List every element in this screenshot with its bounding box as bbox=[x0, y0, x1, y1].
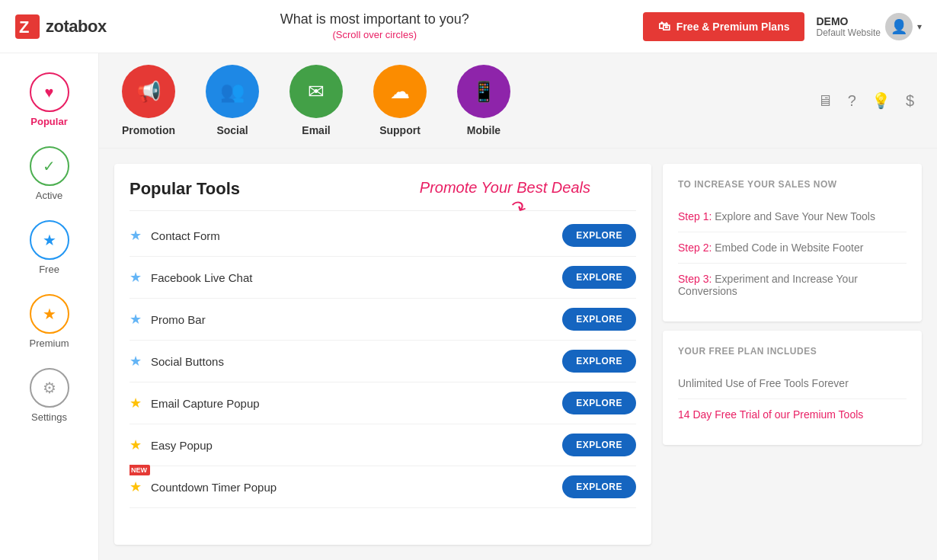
tool-name-contact-form: Contact Form bbox=[151, 229, 553, 242]
sidebar-item-settings[interactable]: ⚙ Settings bbox=[0, 360, 98, 430]
promote-overlay: Promote Your Best Deals ↷ bbox=[420, 179, 590, 218]
tool-item-social-buttons: ★ Social Buttons EXPLORE bbox=[130, 341, 636, 382]
step-1: Step 1: Explore and Save Your New Tools bbox=[678, 201, 907, 232]
step-1-highlight: Step 1: bbox=[678, 210, 712, 222]
cat-label-promotion: Promotion bbox=[122, 124, 175, 136]
cat-item-mobile[interactable]: 📱 Mobile bbox=[457, 65, 510, 136]
star-icon-contact-form: ★ bbox=[130, 227, 142, 244]
tools-list: ★ Contact Form EXPLORE ★ Facebook Live C… bbox=[130, 215, 636, 508]
sidebar-item-popular[interactable]: ♥ Popular bbox=[0, 65, 98, 135]
social-circle: 👥 bbox=[206, 65, 259, 118]
tool-item-countdown-timer-popup: NEW ★ Countdown Timer Popup EXPLORE bbox=[130, 466, 636, 508]
user-info: DEMO Default Website 👤 ▾ bbox=[816, 13, 922, 40]
main: ♥ Popular ✓ Active ★ Free ★ Premium ⚙ bbox=[0, 53, 937, 560]
free-circle: ★ bbox=[30, 220, 69, 260]
free-item-1-text: Unlimited Use of Free Tools Forever bbox=[678, 377, 849, 389]
tool-item-facebook-live-chat: ★ Facebook Live Chat EXPLORE bbox=[130, 257, 636, 299]
explore-btn-countdown-timer[interactable]: EXPLORE bbox=[562, 475, 636, 498]
heart-icon: ♥ bbox=[45, 84, 54, 101]
free-item-2: 14 Day Free Trial of our Premium Tools bbox=[678, 399, 907, 430]
explore-btn-email-capture-popup[interactable]: EXPLORE bbox=[562, 392, 636, 414]
support-icon: ☁ bbox=[390, 80, 410, 104]
tool-name-email-capture-popup: Email Capture Popup bbox=[151, 397, 553, 410]
step-3: Step 3: Experiment and Increase Your Con… bbox=[678, 264, 907, 306]
star-icon-countdown-timer: ★ bbox=[130, 478, 142, 495]
premium-circle: ★ bbox=[30, 294, 69, 334]
sidebar-item-label-popular: Popular bbox=[30, 116, 67, 127]
tool-name-wrapper-promo-bar: Promo Bar bbox=[151, 313, 553, 326]
header-right: 🛍 Free & Premium Plans DEMO Default Webs… bbox=[643, 12, 922, 41]
step-3-highlight: Step 3: bbox=[678, 273, 712, 285]
free-plan-card: YOUR FREE PLAN INCLUDES Unlimited Use of… bbox=[663, 331, 922, 445]
step-1-text: Explore and Save Your New Tools bbox=[715, 210, 875, 222]
explore-btn-social-buttons[interactable]: EXPLORE bbox=[562, 350, 636, 373]
sales-card-title: TO INCREASE YOUR SALES NOW bbox=[678, 179, 907, 190]
tool-name-wrapper-social-buttons: Social Buttons bbox=[151, 355, 553, 368]
user-name: DEMO bbox=[816, 15, 881, 27]
star-icon-promo-bar: ★ bbox=[130, 311, 142, 328]
active-circle: ✓ bbox=[30, 146, 69, 186]
step-2: Step 2: Embed Code in Website Footer bbox=[678, 232, 907, 264]
avatar: 👤 bbox=[885, 13, 913, 40]
header-center: What is most important to you? (Scroll o… bbox=[280, 11, 469, 41]
right-panel: TO INCREASE YOUR SALES NOW Step 1: Explo… bbox=[663, 164, 922, 545]
premium-button[interactable]: 🛍 Free & Premium Plans bbox=[643, 12, 805, 41]
tool-name-wrapper-contact-form: Contact Form bbox=[151, 229, 553, 242]
check-icon: ✓ bbox=[43, 157, 56, 175]
lightbulb-icon[interactable]: 💡 bbox=[871, 91, 891, 110]
nav-icons: 🖥 ? 💡 $ bbox=[817, 91, 914, 110]
monitor-icon[interactable]: 🖥 bbox=[817, 92, 833, 110]
cat-item-social[interactable]: 👥 Social bbox=[206, 65, 259, 136]
star-icon-email-capture-popup: ★ bbox=[130, 395, 142, 411]
popular-circle: ♥ bbox=[30, 72, 69, 112]
sidebar-item-premium[interactable]: ★ Premium bbox=[0, 286, 98, 357]
svg-text:Z: Z bbox=[19, 18, 29, 37]
new-badge: NEW bbox=[130, 465, 150, 475]
cat-item-support[interactable]: ☁ Support bbox=[373, 65, 427, 136]
tool-name-wrapper-easy-popup: Easy Popup bbox=[151, 439, 553, 452]
dollar-icon[interactable]: $ bbox=[906, 92, 914, 110]
cat-item-email[interactable]: ✉ Email bbox=[289, 65, 343, 136]
tool-item-email-capture-popup: ★ Email Capture Popup EXPLORE bbox=[130, 382, 636, 424]
explore-btn-facebook-live-chat[interactable]: EXPLORE bbox=[562, 266, 636, 289]
star-icon-easy-popup: ★ bbox=[130, 437, 142, 453]
sidebar-item-free[interactable]: ★ Free bbox=[0, 213, 98, 283]
sales-card: TO INCREASE YOUR SALES NOW Step 1: Explo… bbox=[663, 164, 922, 322]
tool-name-promo-bar: Promo Bar bbox=[151, 313, 553, 326]
chevron-down-icon[interactable]: ▾ bbox=[917, 21, 922, 32]
tool-name-wrapper-facebook-live-chat: Facebook Live Chat bbox=[151, 271, 553, 284]
bag-icon: 🛍 bbox=[658, 20, 670, 34]
question-icon[interactable]: ? bbox=[848, 92, 856, 110]
category-nav: 📢 Promotion 👥 Social ✉ Email ☁ bbox=[99, 53, 937, 149]
sidebar-item-active[interactable]: ✓ Active bbox=[0, 139, 98, 209]
settings-circle: ⚙ bbox=[30, 368, 69, 408]
cat-item-promotion[interactable]: 📢 Promotion bbox=[122, 65, 175, 136]
star-icon-social-buttons: ★ bbox=[130, 353, 142, 370]
sidebar-item-label-premium: Premium bbox=[29, 338, 69, 349]
logo: Z zotabox bbox=[15, 14, 107, 39]
free-item-2-text: 14 Day Free Trial of our Premium Tools bbox=[678, 408, 863, 421]
cat-label-social: Social bbox=[216, 124, 248, 136]
support-circle: ☁ bbox=[373, 65, 427, 118]
tool-item-easy-popup: ★ Easy Popup EXPLORE bbox=[130, 424, 636, 466]
tool-name-easy-popup: Easy Popup bbox=[151, 439, 553, 452]
explore-btn-promo-bar[interactable]: EXPLORE bbox=[562, 308, 636, 331]
premium-button-label: Free & Premium Plans bbox=[676, 21, 790, 33]
promotion-icon: 📢 bbox=[136, 80, 161, 104]
explore-btn-easy-popup[interactable]: EXPLORE bbox=[562, 434, 636, 456]
free-item-1: Unlimited Use of Free Tools Forever bbox=[678, 368, 907, 399]
main-content: Popular Tools Promote Your Best Deals ↷ … bbox=[99, 149, 937, 560]
header-scroll-hint: (Scroll over circles) bbox=[332, 29, 417, 40]
promotion-circle: 📢 bbox=[122, 65, 175, 118]
sidebar-item-label-active: Active bbox=[36, 190, 62, 201]
star-icon-facebook-live-chat: ★ bbox=[130, 269, 142, 286]
tool-name-wrapper-email-capture-popup: Email Capture Popup bbox=[151, 397, 553, 410]
step-2-highlight: Step 2: bbox=[678, 242, 712, 254]
sidebar-item-label-free: Free bbox=[39, 264, 59, 275]
user-site: Default Website bbox=[816, 27, 881, 38]
star-icon-free: ★ bbox=[43, 231, 56, 249]
content: 📢 Promotion 👥 Social ✉ Email ☁ bbox=[99, 53, 937, 560]
tool-name-wrapper-countdown-timer: Countdown Timer Popup bbox=[151, 481, 553, 494]
email-circle: ✉ bbox=[289, 65, 343, 118]
tool-item-promo-bar: ★ Promo Bar EXPLORE bbox=[130, 299, 636, 341]
